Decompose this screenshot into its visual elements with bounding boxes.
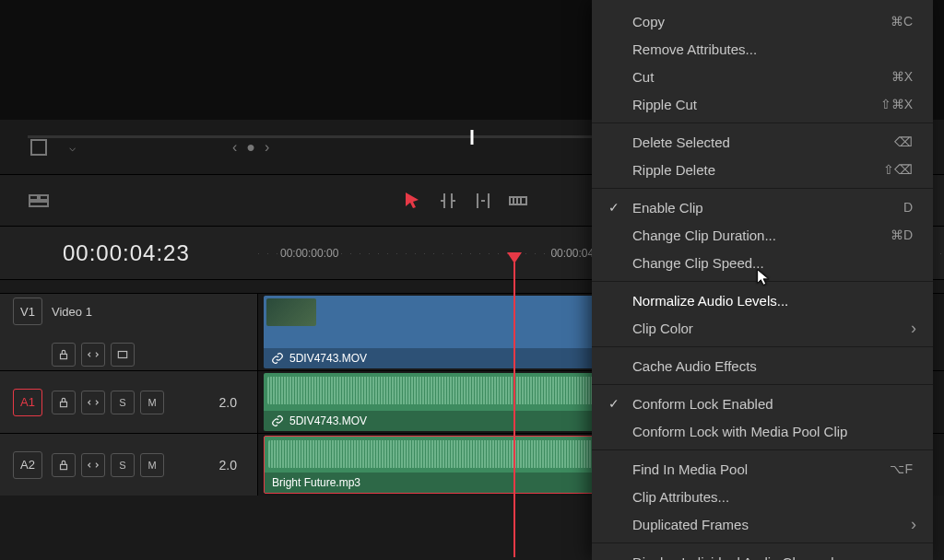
crop-icon[interactable]	[28, 136, 50, 158]
monitor-icon[interactable]	[111, 343, 135, 367]
mute-button[interactable]: M	[140, 453, 164, 477]
track-header-a2: A2 S M 2.0	[0, 434, 258, 496]
prev-icon[interactable]: ‹	[232, 139, 237, 156]
lock-icon[interactable]	[52, 453, 76, 477]
link-icon	[271, 414, 284, 427]
ruler-tick: 00:00:00:00	[280, 247, 338, 260]
channel-count: 2.0	[219, 395, 237, 410]
insert-tool-icon[interactable]	[507, 190, 529, 212]
menu-separator	[592, 449, 933, 450]
svg-rect-1	[30, 195, 38, 200]
lock-icon[interactable]	[52, 391, 76, 414]
trim-tool-icon[interactable]	[437, 190, 459, 212]
menu-duplicated-frames[interactable]: Duplicated Frames	[592, 510, 933, 538]
menu-enable-clip[interactable]: Enable ClipD	[592, 193, 933, 221]
menu-remove-attributes[interactable]: Remove Attributes...	[592, 35, 933, 63]
chevron-down-icon[interactable]: ⌵	[61, 136, 83, 158]
auto-select-icon[interactable]	[81, 453, 105, 477]
menu-separator	[592, 122, 933, 123]
track-id[interactable]: A1	[13, 389, 42, 416]
dot-icon: ●	[246, 139, 255, 156]
menu-clip-color[interactable]: Clip Color	[592, 314, 933, 342]
menu-conform-lock[interactable]: Conform Lock Enabled	[592, 390, 933, 417]
svg-rect-6	[118, 351, 126, 357]
channel-count: 2.0	[219, 458, 237, 472]
solo-button[interactable]: S	[111, 391, 135, 414]
menu-copy[interactable]: Copy⌘C	[592, 7, 933, 35]
svg-rect-5	[61, 354, 67, 358]
menu-separator	[592, 542, 933, 543]
svg-rect-0	[31, 140, 46, 155]
menu-separator	[592, 346, 933, 347]
menu-change-duration[interactable]: Change Clip Duration...⌘D	[592, 221, 933, 249]
menu-separator	[592, 188, 933, 189]
svg-rect-8	[61, 464, 67, 469]
mouse-cursor-icon	[754, 267, 774, 292]
track-header-v1: V1 Video 1	[0, 294, 258, 370]
auto-select-icon[interactable]	[81, 343, 105, 367]
menu-separator	[592, 384, 933, 385]
menu-cache-audio[interactable]: Cache Audio Effects	[592, 352, 933, 379]
menu-delete-selected[interactable]: Delete Selected⌫	[592, 128, 933, 156]
menu-ripple-cut[interactable]: Ripple Cut⇧⌘X	[592, 90, 933, 118]
menu-clip-attributes[interactable]: Clip Attributes...	[592, 483, 933, 510]
track-name: Video 1	[52, 305, 92, 319]
timeline-view-icon[interactable]	[28, 190, 50, 212]
viewer-nav[interactable]: ‹ ● ›	[232, 139, 269, 156]
lock-icon[interactable]	[52, 343, 76, 367]
current-timecode[interactable]: 00:00:04:23	[0, 227, 258, 279]
next-icon[interactable]: ›	[265, 139, 269, 156]
menu-display-channels[interactable]: Display Individual Audio Channels	[592, 548, 933, 560]
solo-button[interactable]: S	[111, 453, 135, 477]
blade-tool-icon[interactable]	[472, 190, 494, 212]
track-id[interactable]: V1	[13, 298, 42, 325]
scrubber-playhead[interactable]	[471, 130, 474, 145]
menu-cut[interactable]: Cut⌘X	[592, 63, 933, 90]
selection-tool-icon[interactable]	[402, 190, 424, 212]
svg-rect-7	[61, 402, 67, 406]
mute-button[interactable]: M	[140, 391, 164, 414]
clip-name: 5DIV4743.MOV	[289, 352, 367, 365]
clip-name: 5DIV4743.MOV	[289, 414, 367, 427]
track-header-a1: A1 S M 2.0	[0, 371, 258, 433]
menu-conform-media[interactable]: Conform Lock with Media Pool Clip	[592, 417, 933, 445]
track-id[interactable]: A2	[13, 451, 42, 479]
auto-select-icon[interactable]	[81, 391, 105, 414]
menu-find-media[interactable]: Find In Media Pool⌥F	[592, 455, 933, 483]
clip-thumbnail	[266, 298, 316, 326]
svg-rect-3	[30, 202, 48, 206]
svg-rect-2	[40, 195, 48, 200]
clip-name: Bright Future.mp3	[272, 476, 360, 489]
menu-ripple-delete[interactable]: Ripple Delete⇧⌫	[592, 156, 933, 183]
link-icon	[271, 352, 284, 365]
playhead-line[interactable]	[513, 262, 515, 557]
